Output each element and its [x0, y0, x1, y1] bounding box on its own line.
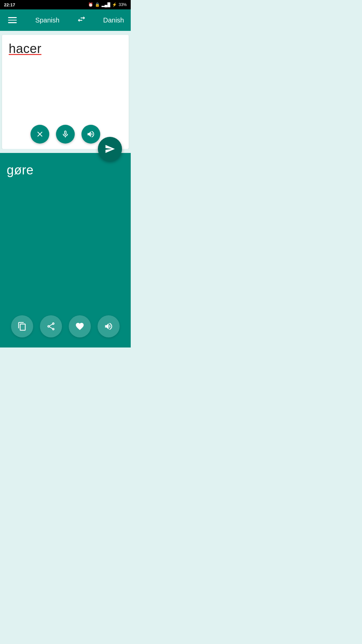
volume-target-icon: [104, 322, 113, 331]
menu-button[interactable]: [7, 16, 18, 24]
translation-actions: [0, 315, 131, 337]
sim-icon: 🔒: [95, 2, 100, 7]
menu-line-3: [8, 22, 17, 23]
status-icons: ⏰ 🔒 ▂▄█ ⚡ 33%: [88, 2, 127, 7]
copy-button[interactable]: [11, 315, 33, 337]
swap-languages-button[interactable]: [77, 14, 86, 26]
status-time: 22:17: [4, 2, 15, 7]
source-area[interactable]: hacer: [2, 35, 129, 149]
translation-area: gøre: [0, 153, 131, 347]
translate-button[interactable]: [98, 137, 122, 161]
target-language-label[interactable]: Danish: [103, 16, 124, 24]
status-bar: 22:17 ⏰ 🔒 ▂▄█ ⚡ 33%: [0, 0, 131, 9]
clear-button[interactable]: [31, 125, 49, 144]
source-language-label[interactable]: Spanish: [35, 16, 59, 24]
close-icon: [36, 130, 44, 139]
menu-line-1: [8, 17, 17, 18]
source-input-text[interactable]: hacer: [9, 42, 42, 56]
battery-text: 33%: [119, 2, 127, 7]
volume-icon: [86, 130, 95, 139]
heart-icon: [75, 322, 84, 331]
share-button[interactable]: [40, 315, 62, 337]
speaker-source-button[interactable]: [81, 125, 100, 144]
copy-icon: [17, 322, 27, 331]
speaker-target-button[interactable]: [98, 315, 120, 337]
bolt-icon: ⚡: [112, 2, 117, 7]
favorite-button[interactable]: [69, 315, 91, 337]
top-bar: Spanish Danish: [0, 9, 131, 31]
menu-line-2: [8, 20, 17, 21]
microphone-button[interactable]: [56, 125, 75, 144]
source-wrapper: hacer: [2, 35, 129, 149]
send-icon: [105, 144, 115, 154]
main-content: hacer: [0, 31, 131, 347]
signal-icon: ▂▄█: [102, 2, 110, 7]
share-icon: [46, 322, 56, 331]
translated-text: gøre: [7, 163, 34, 177]
alarm-icon: ⏰: [88, 2, 93, 7]
microphone-icon: [61, 130, 70, 139]
